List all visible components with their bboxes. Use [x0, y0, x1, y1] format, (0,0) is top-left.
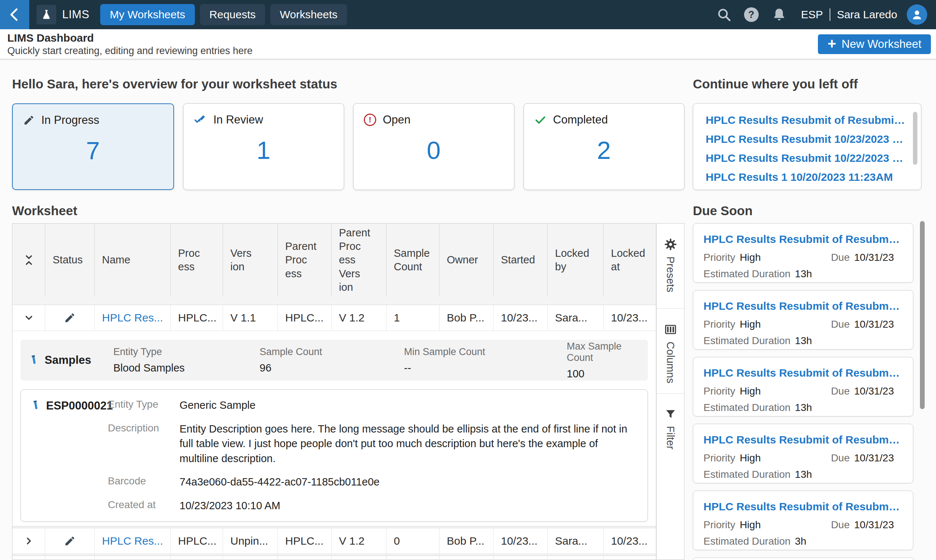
back-button[interactable]	[0, 0, 29, 29]
new-worksheet-button[interactable]: + New Worksheet	[818, 34, 931, 54]
duration-label: Estimated Duration	[703, 335, 791, 346]
columns-tab[interactable]: Columns	[657, 309, 684, 394]
field-value: 74a3e060-da55-4422-ac07-1185cb011e0e	[179, 474, 638, 489]
due-soon-list: HPLC Results Resubmit of Resubmit of... …	[693, 223, 936, 560]
nav-tab-worksheets[interactable]: Worksheets	[270, 4, 347, 25]
column-header-locked-at[interactable]: Locked at	[604, 223, 655, 297]
nav-tab-requests[interactable]: Requests	[200, 4, 265, 25]
column-header-status[interactable]: Status	[45, 223, 95, 297]
row-collapse-button[interactable]	[12, 305, 45, 331]
column-header-process[interactable]: Proc ess	[171, 223, 223, 297]
continue-link[interactable]: HPLC Results Resubmit of Resubmit 10/23/…	[706, 114, 907, 126]
status-card-in-progress[interactable]: In Progress 7	[12, 103, 174, 190]
priority-value: High	[740, 519, 761, 531]
due-card-title-link[interactable]: HPLC Results Resubmit of Resubmit of...	[703, 300, 903, 312]
help-button[interactable]: ?	[744, 7, 759, 22]
funnel-icon	[664, 408, 677, 421]
continue-scrollbar[interactable]	[913, 112, 917, 165]
due-soon-card: HPLC Results Resubmit of Resubmit of... …	[693, 223, 913, 283]
due-card-title-link[interactable]: HPLC Results Resubmit of Resubmit of...	[703, 434, 903, 446]
column-header-parent-process[interactable]: Parent Proc ess	[278, 223, 332, 297]
due-date: 10/31/23	[854, 318, 894, 330]
filter-tab[interactable]: Filter	[657, 394, 684, 482]
row-expand-button[interactable]	[12, 556, 45, 560]
test-tube-icon	[29, 354, 40, 366]
user-avatar[interactable]	[907, 5, 927, 25]
row-locked-by: Sara...	[548, 305, 604, 331]
duration-value: 13h	[795, 469, 812, 480]
row-locked-at: 10/23...	[604, 556, 655, 560]
priority-value: High	[740, 318, 761, 330]
continue-link[interactable]: HPLC Results Resubmit 10/23/2023 8:12AM	[706, 133, 907, 145]
due-soon-card-partial	[693, 557, 914, 560]
row-expand-button[interactable]	[12, 528, 45, 554]
column-header-sample-count[interactable]: Sample Count	[387, 223, 439, 297]
due-soon-card: HPLC Results Resubmit of Resubmit of... …	[693, 290, 913, 349]
collapse-all-button[interactable]	[12, 223, 45, 297]
table-row: HPLC Res... HPLC... Unpin... HPLC... V 1…	[12, 528, 656, 554]
column-header-parent-process-version[interactable]: Parent Proc ess Vers ion	[332, 223, 387, 297]
row-status-in-progress[interactable]	[45, 528, 95, 554]
table-row: HPLC Res... HPLC... V 1.1 HPLC... V 1.2 …	[12, 305, 656, 526]
status-card-label: Completed	[553, 113, 608, 126]
field-label: Created at	[108, 498, 179, 511]
priority-value: High	[740, 252, 761, 263]
row-name-link[interactable]: HPLC Res...	[95, 305, 171, 331]
bell-icon	[771, 6, 787, 23]
continue-heading: Continue where you left off	[693, 76, 936, 92]
due-soon-scrollbar[interactable]	[920, 221, 925, 409]
row-status-in-progress[interactable]	[45, 305, 95, 331]
person-icon	[910, 7, 924, 22]
duration-label: Estimated Duration	[703, 402, 791, 413]
brand: LIMS	[37, 5, 89, 25]
priority-label: Priority	[703, 385, 735, 397]
continue-link[interactable]: HPLC Results Resubmit 10/22/2023 10:12AM	[706, 152, 907, 165]
pencil-icon	[64, 312, 76, 324]
field-label: Barcode	[108, 474, 179, 487]
field-value: Generic Sample	[179, 398, 638, 413]
status-card-open[interactable]: ! Open 0	[353, 103, 514, 190]
row-expanded-detail: Samples Entity Type Blood Samples Sample…	[12, 331, 656, 526]
status-card-completed[interactable]: Completed 2	[524, 103, 685, 190]
row-name-link[interactable]: HPLC Res...	[95, 556, 171, 560]
page-header: LIMS Dashboard Quickly start creating, e…	[0, 29, 936, 59]
alert-icon: !	[364, 114, 376, 126]
page-title: LIMS Dashboard	[7, 32, 253, 44]
duration-value: 3h	[795, 535, 806, 547]
column-header-started[interactable]: Started	[493, 223, 548, 297]
row-locked-by: Sara...	[548, 528, 604, 554]
column-header-owner[interactable]: Owner	[439, 223, 493, 297]
column-header-version[interactable]: Vers ion	[223, 223, 278, 297]
duration-label: Estimated Duration	[703, 535, 791, 547]
new-worksheet-label: New Worksheet	[842, 38, 921, 51]
gear-icon	[664, 237, 677, 251]
due-soon-card: HPLC Results Resubmit of Resubmit of... …	[693, 424, 913, 483]
row-owner: Bob P...	[439, 556, 493, 560]
continue-link[interactable]: HPLC Results 1 10/20/2023 11:23AM	[706, 171, 907, 183]
row-locked-by: Sara...	[548, 556, 604, 560]
status-card-in-review[interactable]: In Review 1	[183, 103, 344, 190]
chevron-down-icon	[23, 312, 34, 323]
nav-tab-my-worksheets[interactable]: My Worksheets	[100, 4, 194, 25]
row-name-link[interactable]: HPLC Res...	[95, 528, 171, 554]
row-version: V 1.1	[223, 305, 278, 331]
column-header-locked-by[interactable]: Locked by	[548, 223, 604, 297]
notifications-button[interactable]	[771, 6, 787, 23]
samples-field: Sample Count 96	[260, 346, 404, 374]
search-button[interactable]	[716, 7, 732, 22]
nav-right: ? ESP Sara Laredo	[704, 5, 936, 25]
due-label: Due	[831, 452, 850, 463]
nav-divider	[830, 8, 830, 21]
presets-tab[interactable]: Presets	[657, 223, 684, 309]
pencil-icon	[23, 114, 35, 126]
column-header-name[interactable]: Name	[95, 223, 171, 297]
due-card-title-link[interactable]: HPLC Results Resubmit of Resubmit of...	[703, 233, 903, 246]
check-icon	[534, 114, 547, 126]
field-label: Description	[108, 422, 179, 434]
duration-label: Estimated Duration	[703, 268, 791, 280]
due-card-title-link[interactable]: HPLC Results Resubmit of Resubmit of...	[703, 500, 903, 513]
due-card-title-link[interactable]: HPLC Results Resubmit of Resubmit of...	[703, 367, 903, 379]
columns-icon	[664, 323, 677, 337]
row-status-in-progress[interactable]	[45, 556, 95, 560]
duration-value: 13h	[795, 335, 812, 346]
